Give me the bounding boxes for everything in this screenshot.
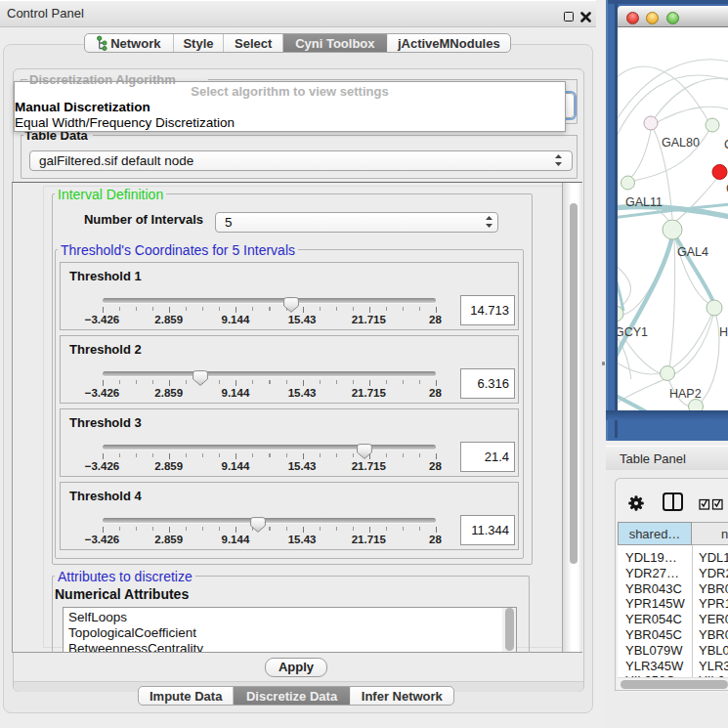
svg-text:GAL4: GAL4 [677,245,708,259]
svg-text:GAL80: GAL80 [662,136,700,150]
svg-text:H: H [719,325,728,339]
svg-text:HAP2: HAP2 [669,387,702,401]
svg-text:GCY1: GCY1 [618,325,648,339]
svg-text:G: G [724,138,728,151]
svg-text:GAL11: GAL11 [625,195,663,209]
